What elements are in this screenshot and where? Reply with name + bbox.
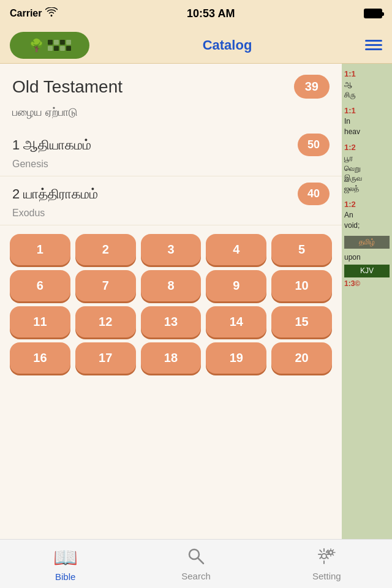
bible-tab-label: Bible [55, 571, 75, 582]
bible-tab-icon: 📖 [53, 546, 78, 569]
book-item-exodus[interactable]: 2 யாத்திராகமம் 40 Exodus [0, 176, 342, 225]
tab-setting[interactable]: Setting [262, 540, 392, 588]
verse-tamil-2: பூரவெறுஇருவஜலத் [344, 153, 390, 194]
upon-text: upon [344, 251, 390, 264]
svg-point-2 [322, 554, 326, 559]
status-time: 10:53 AM [187, 7, 235, 20]
kjv-label: KJV [344, 265, 390, 277]
verse-ref-3: 1:2 [344, 143, 356, 152]
chapter-btn-5[interactable]: 5 [271, 234, 332, 265]
wifi-icon [45, 7, 58, 20]
main-content: Old Testament 39 பழைய ஏற்பாடு 1 ஆதியாகமம… [0, 64, 392, 539]
svg-line-1 [198, 558, 203, 564]
chapter-btn-4[interactable]: 4 [206, 234, 266, 265]
chapter-btn-1[interactable]: 1 [10, 234, 70, 265]
setting-tab-label: Setting [312, 571, 341, 581]
book-item-genesis[interactable]: 1 ஆதியாகமம் 50 Genesis [0, 127, 342, 176]
setting-tab-icon [316, 546, 337, 568]
genesis-tamil-name: 1 ஆதியாகமம் [12, 137, 91, 153]
chapter-btn-7[interactable]: 7 [75, 270, 136, 301]
chapter-grid: 1234567891011121314151617181920 [5, 232, 337, 376]
menu-button[interactable] [365, 40, 382, 50]
logo-tree-icon: 🌳 [29, 38, 44, 53]
chapter-btn-20[interactable]: 20 [271, 342, 332, 374]
genesis-eng-name: Genesis [12, 159, 330, 170]
ot-count-badge[interactable]: 39 [294, 75, 330, 99]
status-bar: Carrier 10:53 AM [0, 0, 392, 27]
chapter-btn-15[interactable]: 15 [271, 306, 332, 337]
right-panel: 1:1 ஆசிரு 1:1 Inheav 1:2 பூரவெறுஇருவஜலத்… [342, 64, 392, 539]
carrier-text: Carrier [10, 8, 42, 19]
genesis-chapter-count[interactable]: 50 [298, 134, 330, 156]
chapter-btn-18[interactable]: 18 [141, 342, 202, 374]
ot-header: Old Testament 39 [0, 64, 342, 104]
chapter-btn-2[interactable]: 2 [75, 234, 136, 265]
verse-block-3: 1:2 பூரவெறுஇருவஜலத் [344, 142, 390, 194]
chapter-btn-19[interactable]: 19 [206, 342, 266, 374]
chapter-btn-16[interactable]: 16 [10, 342, 70, 374]
bible-text-panel: 1:1 ஆசிரு 1:1 Inheav 1:2 பூரவெறுஇருவஜலத்… [342, 64, 392, 294]
verse-ref-1: 1:1 [344, 69, 356, 78]
verse-ref-4: 1:2 [344, 200, 356, 209]
chapter-grid-section: 1234567891011121314151617181920 [0, 225, 342, 382]
search-tab-icon [186, 546, 206, 568]
nav-bar: 🌳 Catalog [0, 27, 392, 64]
chapter-btn-10[interactable]: 10 [271, 270, 332, 301]
chapter-btn-3[interactable]: 3 [141, 234, 202, 265]
chapter-btn-13[interactable]: 13 [141, 306, 202, 337]
battery-container [364, 9, 382, 18]
verse-tamil-1: ஆசிரு [344, 80, 390, 100]
nav-title: Catalog [203, 37, 252, 53]
verse-ref-2: 1:1 [344, 106, 356, 115]
carrier-info: Carrier [10, 7, 58, 20]
verse-eng-2: Anvoid; [344, 210, 390, 231]
chapter-btn-17[interactable]: 17 [75, 342, 136, 374]
chapter-btn-14[interactable]: 14 [206, 306, 266, 337]
tab-bible[interactable]: 📖 Bible [0, 540, 130, 588]
kjv-verse: 1:3© [344, 279, 390, 289]
tab-search[interactable]: Search [130, 540, 261, 588]
chapter-btn-6[interactable]: 6 [10, 270, 70, 301]
verse-block-1: 1:1 ஆசிரு [344, 69, 390, 100]
logo-bars [48, 40, 71, 51]
exodus-tamil-name: 2 யாத்திராகமம் [12, 186, 98, 202]
search-tab-label: Search [181, 571, 211, 581]
app-logo[interactable]: 🌳 [10, 32, 89, 59]
tamil-label: தமிழ் [344, 236, 390, 249]
verse-eng-1: Inheav [344, 116, 390, 137]
verse-block-2: 1:1 Inheav [344, 105, 390, 137]
exodus-eng-name: Exodus [12, 208, 330, 219]
chapter-btn-11[interactable]: 11 [10, 306, 70, 337]
ot-title: Old Testament [12, 77, 123, 97]
ot-tamil-subtitle: பழைய ஏற்பாடு [0, 104, 342, 127]
verse-block-4: 1:2 Anvoid; [344, 199, 390, 231]
chapter-btn-12[interactable]: 12 [75, 306, 136, 337]
left-panel: Old Testament 39 பழைய ஏற்பாடு 1 ஆதியாகமம… [0, 64, 342, 539]
chapter-btn-9[interactable]: 9 [206, 270, 266, 301]
exodus-chapter-count[interactable]: 40 [298, 183, 330, 205]
battery-icon [364, 9, 382, 18]
tab-bar: 📖 Bible Search Setting [0, 539, 392, 588]
chapter-btn-8[interactable]: 8 [141, 270, 202, 301]
